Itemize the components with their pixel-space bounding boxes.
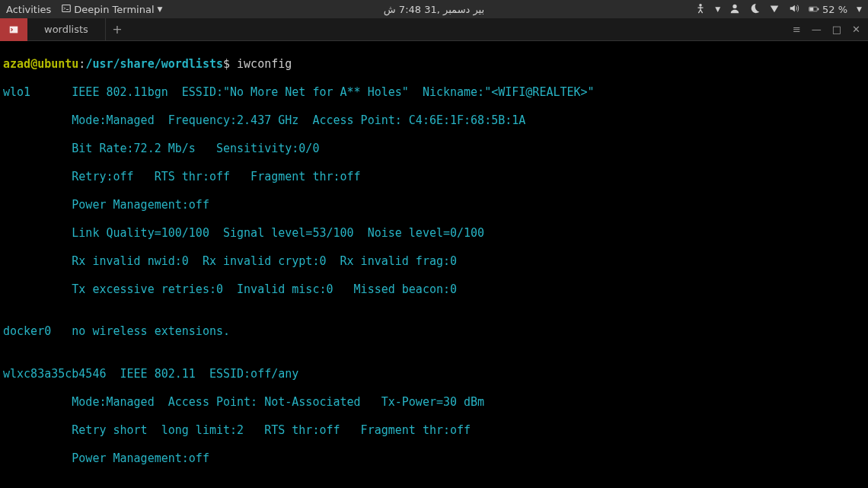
activities-button[interactable]: Activities <box>6 4 51 15</box>
terminal-content[interactable]: azad@ubuntu:/usr/share/wordlists$ iwconf… <box>0 41 868 488</box>
output-line: Power Management:off <box>3 198 865 212</box>
accessibility-icon[interactable] <box>695 3 706 16</box>
network-icon[interactable] <box>769 3 780 16</box>
tab-label: wordlists <box>44 24 88 35</box>
user-icon[interactable] <box>729 3 740 16</box>
gnome-topbar: Activities Deepin Terminal ▼ بیر دسمبر ,… <box>0 0 868 18</box>
battery-label: 52 % <box>822 4 847 15</box>
svg-rect-0 <box>62 5 71 11</box>
dropdown-icon: ▼ <box>715 5 720 13</box>
output-line: Link Quality=100/100 Signal level=53/100… <box>3 226 865 241</box>
svg-rect-5 <box>818 8 819 11</box>
output-line: wlo1 IEEE 802.11bgn ESSID:"No More Net f… <box>3 85 865 100</box>
output-line: wlxc83a35cb4546 IEEE 802.11 ESSID:off/an… <box>3 367 865 381</box>
prompt-user: azad <box>3 57 30 71</box>
volume-icon[interactable] <box>789 3 799 16</box>
output-line: Mode:Managed Frequency:2.437 GHz Access … <box>3 113 865 128</box>
prompt-line: azad@ubuntu:/usr/share/wordlists$ iwconf… <box>3 57 865 72</box>
prompt-at: @ <box>30 57 37 71</box>
prompt-dollar: $ <box>223 57 237 71</box>
svg-point-1 <box>699 3 702 6</box>
output-line: Rx invalid nwid:0 Rx invalid crypt:0 Rx … <box>3 254 865 269</box>
terminal-icon <box>62 4 71 15</box>
output-line: Bit Rate:72.2 Mb/s Sensitivity:0/0 <box>3 142 865 156</box>
terminal-tabbar: wordlists + ≡ — □ ✕ <box>0 18 868 41</box>
dropdown-icon: ▼ <box>158 5 163 13</box>
svg-point-2 <box>732 4 736 8</box>
minimize-button[interactable]: — <box>812 24 822 35</box>
new-tab-button[interactable]: + <box>106 22 129 37</box>
svg-rect-6 <box>10 26 18 33</box>
active-tab-indicator[interactable] <box>0 18 27 41</box>
app-name-label: Deepin Terminal <box>74 4 154 15</box>
output-line: docker0 no wireless extensions. <box>3 324 865 339</box>
prompt-path: /usr/share/wordlists <box>85 57 223 71</box>
menu-button[interactable]: ≡ <box>793 24 801 35</box>
night-icon[interactable] <box>749 3 760 16</box>
close-button[interactable]: ✕ <box>852 24 860 35</box>
output-line: Power Management:off <box>3 451 865 466</box>
app-menu[interactable]: Deepin Terminal ▼ <box>62 4 162 15</box>
output-line: Retry:off RTS thr:off Fragment thr:off <box>3 170 865 184</box>
window-controls: ≡ — □ ✕ <box>793 24 868 35</box>
dropdown-icon: ▼ <box>857 5 862 13</box>
tab-wordlists[interactable]: wordlists <box>27 18 106 41</box>
maximize-button[interactable]: □ <box>832 24 841 35</box>
clock[interactable]: بیر دسمبر ,31 7:48 ش <box>384 4 484 15</box>
prompt-host: ubuntu <box>37 57 78 71</box>
topbar-left: Activities Deepin Terminal ▼ <box>6 4 162 15</box>
topbar-right: ▼ 52 % ▼ <box>695 3 862 16</box>
svg-rect-4 <box>809 8 813 11</box>
command-text: iwconfig <box>237 57 292 71</box>
output-line: Tx excessive retries:0 Invalid misc:0 Mi… <box>3 282 865 297</box>
output-line: Mode:Managed Access Point: Not-Associate… <box>3 395 865 410</box>
battery-indicator[interactable]: 52 % <box>809 4 847 15</box>
output-line: Retry short long limit:2 RTS thr:off Fra… <box>3 423 865 438</box>
